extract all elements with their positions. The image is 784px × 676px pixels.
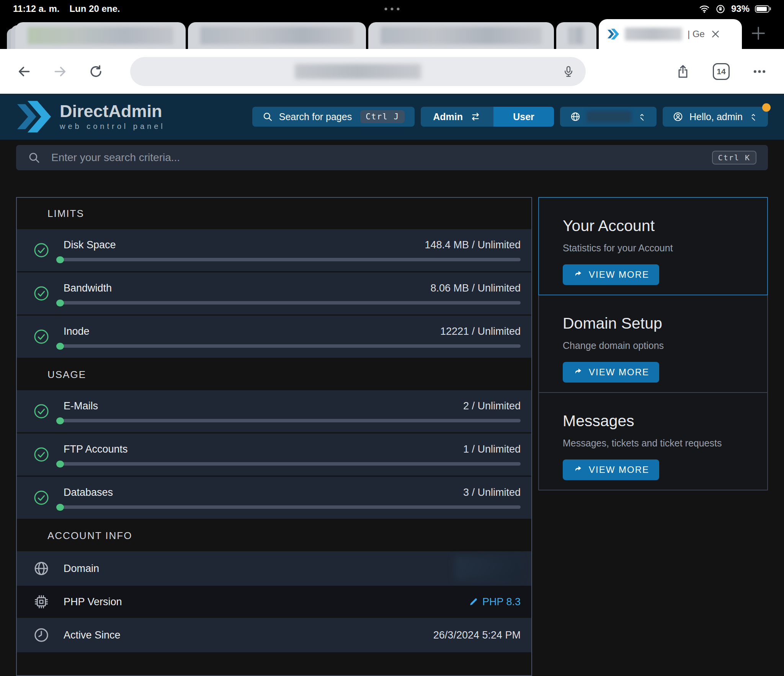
php-version-link[interactable]: PHP 8.3 <box>469 596 521 608</box>
redacted-tab-title <box>200 27 354 44</box>
view-more-arrow-icon <box>573 367 583 378</box>
progress-bar <box>56 258 521 261</box>
redacted-tab-title <box>381 27 542 44</box>
search-pages-shortcut: Ctrl J <box>360 110 405 123</box>
progress-bar <box>56 344 521 348</box>
new-tab-button[interactable] <box>750 24 767 42</box>
section-header: ACCOUNT INFO <box>17 520 531 551</box>
row-main: Disk Space148.4 MB / Unlimited <box>56 239 531 261</box>
row-value: 2 / Unlimited <box>463 400 521 412</box>
wifi-icon <box>699 3 710 14</box>
view-more-arrow-icon <box>573 464 583 475</box>
pencil-icon <box>469 597 479 607</box>
row-label: Domain <box>64 563 99 575</box>
search-input[interactable] <box>51 151 702 164</box>
row-text: Disk Space148.4 MB / Unlimited <box>56 239 521 251</box>
browser-tab-active[interactable]: | Ge <box>599 19 742 49</box>
info-row: Active Since26/3/2024 5:24 PM <box>17 618 531 652</box>
row-main: Databases3 / Unlimited <box>56 487 531 509</box>
browser-tab[interactable] <box>15 22 186 49</box>
admin-label: Admin <box>433 111 463 122</box>
row-label: Disk Space <box>64 239 116 251</box>
view-more-arrow-icon <box>573 269 583 280</box>
search-icon <box>262 111 273 122</box>
search-pages-button[interactable]: Search for pages Ctrl J <box>252 107 415 127</box>
progress-bar <box>56 505 521 509</box>
quick-cards: Your AccountStatistics for your AccountV… <box>538 197 768 676</box>
redacted-tab-title <box>28 27 173 44</box>
user-circle-icon <box>673 111 683 122</box>
card-title: Messages <box>563 412 756 430</box>
toggle-user[interactable]: User <box>493 107 554 127</box>
tab-title-suffix: | Ge <box>688 29 705 39</box>
cpu-chip-icon <box>33 593 50 610</box>
forward-button[interactable] <box>53 64 67 79</box>
toggle-admin[interactable]: Admin <box>421 107 493 127</box>
status-time: 11:12 a. m. <box>13 3 59 14</box>
redacted-tab-title <box>625 28 682 41</box>
toolbar-right: 14 <box>675 63 767 80</box>
row-main: E-Mails2 / Unlimited <box>56 400 531 422</box>
limit-row: Disk Space148.4 MB / Unlimited <box>17 229 531 271</box>
browser-toolbar: 14 <box>0 49 784 94</box>
check-circle-icon <box>33 489 50 506</box>
close-tab-button[interactable] <box>710 29 721 39</box>
browser-tab-bar: | Ge <box>0 18 784 49</box>
row-main: Bandwidth8.06 MB / Unlimited <box>56 282 531 305</box>
search-pages-label: Search for pages <box>279 111 352 122</box>
tab-count-button[interactable]: 14 <box>713 63 730 80</box>
more-menu-button[interactable] <box>752 64 767 79</box>
url-field[interactable] <box>130 57 586 86</box>
progress-fill <box>56 300 64 306</box>
globe-icon <box>33 560 50 577</box>
view-more-button[interactable]: VIEW MORE <box>563 264 659 285</box>
progress-fill <box>56 461 64 467</box>
card-subtitle: Messages, tickets and ticket requests <box>563 438 756 449</box>
row-text: Inode12221 / Unlimited <box>56 326 521 337</box>
battery-icon <box>755 5 771 13</box>
language-select[interactable] <box>560 107 657 127</box>
row-value: 8.06 MB / Unlimited <box>430 282 521 294</box>
browser-tab[interactable] <box>368 22 554 49</box>
microphone-icon[interactable] <box>562 65 575 78</box>
back-button[interactable] <box>17 64 31 79</box>
browser-tab[interactable] <box>556 22 596 49</box>
row-text: Bandwidth8.06 MB / Unlimited <box>56 282 521 294</box>
directadmin-logo-icon <box>16 99 52 134</box>
row-label: Bandwidth <box>64 282 112 294</box>
orientation-lock-icon <box>715 3 726 14</box>
link-label: PHP 8.3 <box>482 596 521 608</box>
progress-fill <box>56 343 64 350</box>
status-date: Lun 20 ene. <box>69 3 120 14</box>
progress-fill <box>56 417 64 424</box>
view-more-button[interactable]: VIEW MORE <box>563 459 659 480</box>
reload-button[interactable] <box>89 64 103 79</box>
directadmin-favicon-icon <box>607 28 619 40</box>
section-header: USAGE <box>17 359 531 390</box>
row-value: 12221 / Unlimited <box>440 326 521 337</box>
quick-card: Your AccountStatistics for your AccountV… <box>538 197 768 295</box>
browser-tab[interactable] <box>188 22 366 49</box>
row-label: FTP Accounts <box>64 443 128 455</box>
info-row: PHP VersionPHP 8.3 <box>17 587 531 617</box>
search-icon <box>28 151 41 164</box>
main-content: LIMITSDisk Space148.4 MB / UnlimitedBand… <box>0 170 784 676</box>
check-circle-icon <box>33 285 50 302</box>
info-row: Domain <box>17 551 531 586</box>
view-more-label: VIEW MORE <box>589 269 649 280</box>
progress-bar <box>56 462 521 466</box>
redacted-language <box>587 111 631 122</box>
status-right: 93% <box>699 3 771 14</box>
battery-percent: 93% <box>731 3 750 14</box>
progress-bar <box>56 419 521 422</box>
notification-dot <box>762 103 771 112</box>
status-bar: 11:12 a. m. Lun 20 ene. 93% <box>0 0 784 18</box>
account-menu-button[interactable]: Hello, admin <box>663 107 768 127</box>
view-more-button[interactable]: VIEW MORE <box>563 362 659 383</box>
brand-title: DirectAdmin <box>60 103 165 120</box>
share-button[interactable] <box>675 64 691 79</box>
row-value: 26/3/2024 5:24 PM <box>433 629 521 641</box>
panel-filler <box>17 653 531 675</box>
select-chevrons-icon <box>637 112 647 121</box>
row-main: FTP Accounts1 / Unlimited <box>56 443 531 466</box>
